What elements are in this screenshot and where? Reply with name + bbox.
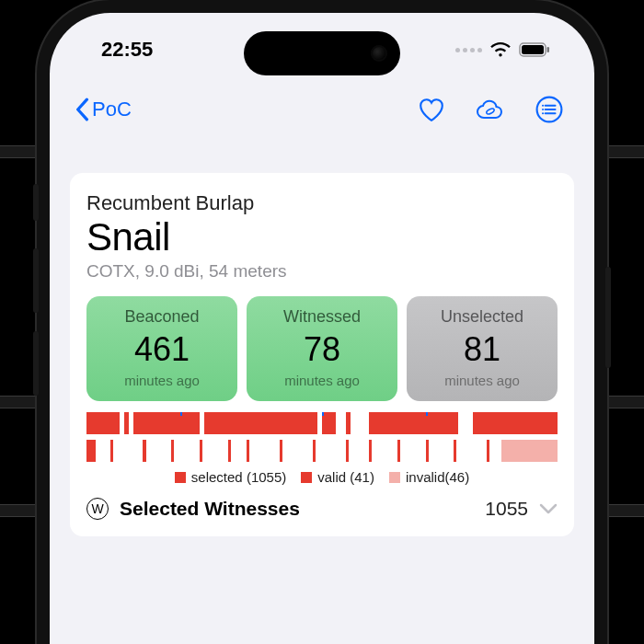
tile-unselected[interactable]: Unselected 81 minutes ago — [407, 296, 558, 401]
tile-label: Unselected — [441, 307, 523, 327]
tile-value: 78 — [304, 330, 340, 369]
tile-sub: minutes ago — [284, 373, 360, 388]
activity-chart — [86, 412, 558, 464]
section-label: Selected Witnesses — [120, 498, 474, 520]
cell-signal-icon — [455, 48, 482, 52]
hotspot-card: Recumbent Burlap Snail COTX, 9.0 dBi, 54… — [70, 173, 574, 536]
tile-value: 461 — [134, 330, 190, 369]
clock: 22:55 — [101, 38, 153, 62]
tile-label: Beaconed — [124, 307, 199, 327]
back-label: PoC — [92, 98, 132, 121]
chart-legend: selected (1055) valid (41) invalid(46) — [86, 469, 558, 485]
tile-witnessed[interactable]: Witnessed 78 minutes ago — [247, 296, 397, 401]
nav-bar: PoC — [50, 86, 594, 132]
volume-up-button — [33, 248, 39, 313]
stat-tiles: Beaconed 461 minutes ago Witnessed 78 mi… — [86, 296, 558, 401]
favorite-button[interactable] — [418, 97, 445, 122]
svg-point-3 — [486, 108, 495, 115]
section-count: 1055 — [485, 498, 528, 520]
cloud-link-icon — [475, 98, 506, 121]
front-camera — [371, 45, 387, 62]
svg-point-8 — [542, 105, 544, 107]
cloud-link-button[interactable] — [475, 98, 506, 121]
back-button[interactable]: PoC — [74, 98, 412, 121]
side-button — [33, 184, 39, 221]
battery-icon — [519, 42, 550, 57]
tile-value: 81 — [464, 330, 500, 369]
selected-witnesses-row[interactable]: W Selected Witnesses 1055 — [86, 498, 558, 520]
svg-point-10 — [542, 112, 544, 114]
wifi-icon — [489, 41, 512, 58]
svg-rect-2 — [547, 47, 550, 52]
legend-label: invalid(46) — [406, 469, 469, 485]
list-icon — [535, 96, 563, 123]
legend-swatch — [301, 472, 312, 483]
tile-sub: minutes ago — [124, 373, 200, 388]
svg-rect-1 — [522, 45, 544, 54]
legend-valid: valid (41) — [301, 469, 374, 485]
volume-down-button — [33, 331, 39, 396]
legend-invalid: invalid(46) — [389, 469, 469, 485]
list-button[interactable] — [535, 96, 563, 123]
chevron-left-icon — [74, 98, 90, 121]
svg-point-9 — [542, 109, 544, 110]
dynamic-island — [244, 31, 400, 75]
screen: 22:55 PoC — [50, 13, 594, 644]
hotspot-subtitle: COTX, 9.0 dBi, 54 meters — [86, 261, 558, 282]
heart-icon — [418, 97, 445, 122]
tile-beaconed[interactable]: Beaconed 461 minutes ago — [86, 296, 237, 401]
hotspot-supertitle: Recumbent Burlap — [86, 191, 558, 215]
witness-icon: W — [86, 498, 109, 520]
legend-label: valid (41) — [317, 469, 374, 485]
legend-swatch — [175, 472, 186, 483]
tile-sub: minutes ago — [444, 373, 520, 388]
phone-frame: 22:55 PoC — [37, 0, 607, 644]
tile-label: Witnessed — [283, 307, 361, 327]
legend-swatch — [389, 472, 400, 483]
power-button — [605, 267, 611, 368]
chevron-down-icon — [539, 498, 558, 520]
hotspot-title: Snail — [86, 215, 558, 259]
legend-selected: selected (1055) — [175, 469, 286, 485]
legend-label: selected (1055) — [191, 469, 286, 485]
